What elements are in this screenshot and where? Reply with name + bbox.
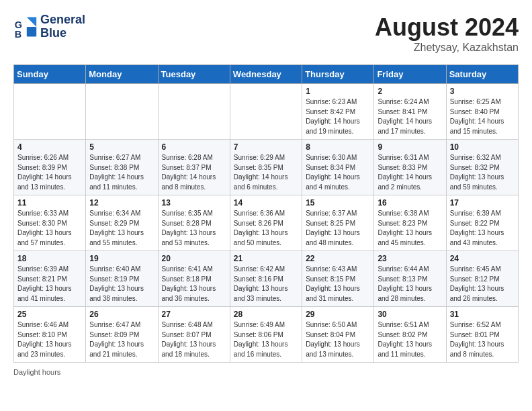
calendar-week-2: 4Sunrise: 6:26 AM Sunset: 8:39 PM Daylig… — [14, 140, 519, 195]
day-info: Sunrise: 6:45 AM Sunset: 8:12 PM Dayligh… — [450, 265, 515, 304]
calendar-cell-5-4: 28Sunrise: 6:49 AM Sunset: 8:06 PM Dayli… — [230, 307, 302, 363]
day-info: Sunrise: 6:29 AM Sunset: 8:35 PM Dayligh… — [234, 153, 298, 192]
day-number: 25 — [17, 310, 82, 319]
day-info: Sunrise: 6:39 AM Sunset: 8:22 PM Dayligh… — [450, 209, 515, 248]
day-info: Sunrise: 6:43 AM Sunset: 8:15 PM Dayligh… — [306, 265, 370, 304]
day-info: Sunrise: 6:37 AM Sunset: 8:25 PM Dayligh… — [306, 209, 370, 248]
calendar-cell-1-6: 2Sunrise: 6:24 AM Sunset: 8:41 PM Daylig… — [374, 84, 446, 140]
calendar-cell-5-5: 29Sunrise: 6:50 AM Sunset: 8:04 PM Dayli… — [302, 307, 374, 363]
page: G B General Blue August 2024 Zhetysay, K… — [0, 0, 532, 383]
svg-text:B: B — [15, 29, 21, 39]
day-number: 29 — [306, 310, 370, 319]
footer-note: Daylight hours — [13, 368, 519, 376]
day-number: 3 — [450, 87, 515, 96]
day-header-wednesday: Wednesday — [230, 65, 302, 84]
day-info: Sunrise: 6:44 AM Sunset: 8:13 PM Dayligh… — [378, 265, 442, 304]
day-number: 27 — [162, 310, 226, 319]
calendar-cell-3-7: 17Sunrise: 6:39 AM Sunset: 8:22 PM Dayli… — [446, 195, 518, 251]
day-info: Sunrise: 6:38 AM Sunset: 8:23 PM Dayligh… — [378, 209, 442, 248]
day-number: 10 — [450, 142, 515, 152]
day-header-monday: Monday — [86, 65, 158, 84]
day-info: Sunrise: 6:47 AM Sunset: 8:09 PM Dayligh… — [89, 320, 154, 359]
calendar-cell-4-6: 23Sunrise: 6:44 AM Sunset: 8:13 PM Dayli… — [374, 251, 446, 307]
day-number: 1 — [306, 87, 370, 96]
location: Zhetysay, Kazakhstan — [375, 42, 519, 54]
calendar-cell-5-2: 26Sunrise: 6:47 AM Sunset: 8:09 PM Dayli… — [86, 307, 158, 363]
day-info: Sunrise: 6:49 AM Sunset: 8:06 PM Dayligh… — [234, 320, 298, 359]
calendar-cell-5-7: 31Sunrise: 6:52 AM Sunset: 8:01 PM Dayli… — [446, 307, 518, 363]
day-number: 9 — [378, 142, 442, 152]
logo: G B General Blue — [13, 13, 85, 40]
day-info: Sunrise: 6:27 AM Sunset: 8:38 PM Dayligh… — [89, 153, 154, 192]
day-info: Sunrise: 6:25 AM Sunset: 8:40 PM Dayligh… — [450, 97, 515, 136]
day-number: 20 — [162, 254, 226, 263]
day-info: Sunrise: 6:24 AM Sunset: 8:41 PM Dayligh… — [378, 97, 442, 136]
svg-rect-2 — [27, 27, 36, 36]
day-number: 5 — [89, 142, 154, 152]
day-number: 28 — [234, 310, 298, 319]
month-year: August 2024 — [375, 13, 519, 42]
calendar-cell-2-6: 9Sunrise: 6:31 AM Sunset: 8:33 PM Daylig… — [374, 140, 446, 195]
calendar-cell-3-4: 14Sunrise: 6:36 AM Sunset: 8:26 PM Dayli… — [230, 195, 302, 251]
calendar-cell-2-5: 8Sunrise: 6:30 AM Sunset: 8:34 PM Daylig… — [302, 140, 374, 195]
day-header-sunday: Sunday — [14, 65, 86, 84]
calendar-cell-1-2 — [86, 84, 158, 140]
footer-text: Daylight hours — [13, 368, 60, 376]
day-number: 26 — [89, 310, 154, 319]
day-number: 22 — [306, 254, 370, 263]
day-header-saturday: Saturday — [446, 65, 518, 84]
day-number: 23 — [378, 254, 442, 263]
calendar-cell-4-3: 20Sunrise: 6:41 AM Sunset: 8:18 PM Dayli… — [158, 251, 230, 307]
day-number: 15 — [306, 198, 370, 208]
day-info: Sunrise: 6:48 AM Sunset: 8:07 PM Dayligh… — [162, 320, 226, 359]
day-info: Sunrise: 6:42 AM Sunset: 8:16 PM Dayligh… — [234, 265, 298, 304]
calendar-cell-4-4: 21Sunrise: 6:42 AM Sunset: 8:16 PM Dayli… — [230, 251, 302, 307]
calendar-cell-2-3: 6Sunrise: 6:28 AM Sunset: 8:37 PM Daylig… — [158, 140, 230, 195]
calendar-cell-2-1: 4Sunrise: 6:26 AM Sunset: 8:39 PM Daylig… — [14, 140, 86, 195]
day-info: Sunrise: 6:39 AM Sunset: 8:21 PM Dayligh… — [17, 265, 82, 304]
calendar-cell-4-7: 24Sunrise: 6:45 AM Sunset: 8:12 PM Dayli… — [446, 251, 518, 307]
day-info: Sunrise: 6:52 AM Sunset: 8:01 PM Dayligh… — [450, 320, 515, 359]
day-info: Sunrise: 6:35 AM Sunset: 8:28 PM Dayligh… — [162, 209, 226, 248]
day-number: 7 — [234, 142, 298, 152]
day-number: 14 — [234, 198, 298, 208]
calendar-cell-3-2: 12Sunrise: 6:34 AM Sunset: 8:29 PM Dayli… — [86, 195, 158, 251]
calendar-week-1: 1Sunrise: 6:23 AM Sunset: 8:42 PM Daylig… — [14, 84, 519, 140]
calendar-week-3: 11Sunrise: 6:33 AM Sunset: 8:30 PM Dayli… — [14, 195, 519, 251]
calendar-week-4: 18Sunrise: 6:39 AM Sunset: 8:21 PM Dayli… — [14, 251, 519, 307]
calendar-cell-1-7: 3Sunrise: 6:25 AM Sunset: 8:40 PM Daylig… — [446, 84, 518, 140]
day-info: Sunrise: 6:28 AM Sunset: 8:37 PM Dayligh… — [162, 153, 226, 192]
day-info: Sunrise: 6:40 AM Sunset: 8:19 PM Dayligh… — [89, 265, 154, 304]
logo-icon: G B — [13, 15, 38, 39]
calendar-cell-4-5: 22Sunrise: 6:43 AM Sunset: 8:15 PM Dayli… — [302, 251, 374, 307]
day-info: Sunrise: 6:41 AM Sunset: 8:18 PM Dayligh… — [162, 265, 226, 304]
day-info: Sunrise: 6:31 AM Sunset: 8:33 PM Dayligh… — [378, 153, 442, 192]
day-number: 2 — [378, 87, 442, 96]
calendar-cell-1-1 — [14, 84, 86, 140]
calendar-cell-3-5: 15Sunrise: 6:37 AM Sunset: 8:25 PM Dayli… — [302, 195, 374, 251]
day-number: 24 — [450, 254, 515, 263]
day-info: Sunrise: 6:51 AM Sunset: 8:02 PM Dayligh… — [378, 320, 442, 359]
calendar-cell-1-5: 1Sunrise: 6:23 AM Sunset: 8:42 PM Daylig… — [302, 84, 374, 140]
day-header-thursday: Thursday — [302, 65, 374, 84]
day-number: 18 — [17, 254, 82, 263]
day-number: 4 — [17, 142, 82, 152]
calendar-cell-4-1: 18Sunrise: 6:39 AM Sunset: 8:21 PM Dayli… — [14, 251, 86, 307]
day-info: Sunrise: 6:36 AM Sunset: 8:26 PM Dayligh… — [234, 209, 298, 248]
calendar-cell-3-3: 13Sunrise: 6:35 AM Sunset: 8:28 PM Dayli… — [158, 195, 230, 251]
calendar-cell-5-6: 30Sunrise: 6:51 AM Sunset: 8:02 PM Dayli… — [374, 307, 446, 363]
title-area: August 2024 Zhetysay, Kazakhstan — [375, 13, 519, 54]
day-info: Sunrise: 6:33 AM Sunset: 8:30 PM Dayligh… — [17, 209, 82, 248]
day-number: 11 — [17, 198, 82, 208]
day-number: 19 — [89, 254, 154, 263]
day-info: Sunrise: 6:23 AM Sunset: 8:42 PM Dayligh… — [306, 97, 370, 136]
calendar-cell-2-4: 7Sunrise: 6:29 AM Sunset: 8:35 PM Daylig… — [230, 140, 302, 195]
day-number: 31 — [450, 310, 515, 319]
logo-line2: Blue — [40, 27, 85, 40]
header: G B General Blue August 2024 Zhetysay, K… — [13, 13, 519, 54]
day-info: Sunrise: 6:50 AM Sunset: 8:04 PM Dayligh… — [306, 320, 370, 359]
day-number: 30 — [378, 310, 442, 319]
calendar-cell-1-3 — [158, 84, 230, 140]
day-number: 17 — [450, 198, 515, 208]
day-number: 16 — [378, 198, 442, 208]
